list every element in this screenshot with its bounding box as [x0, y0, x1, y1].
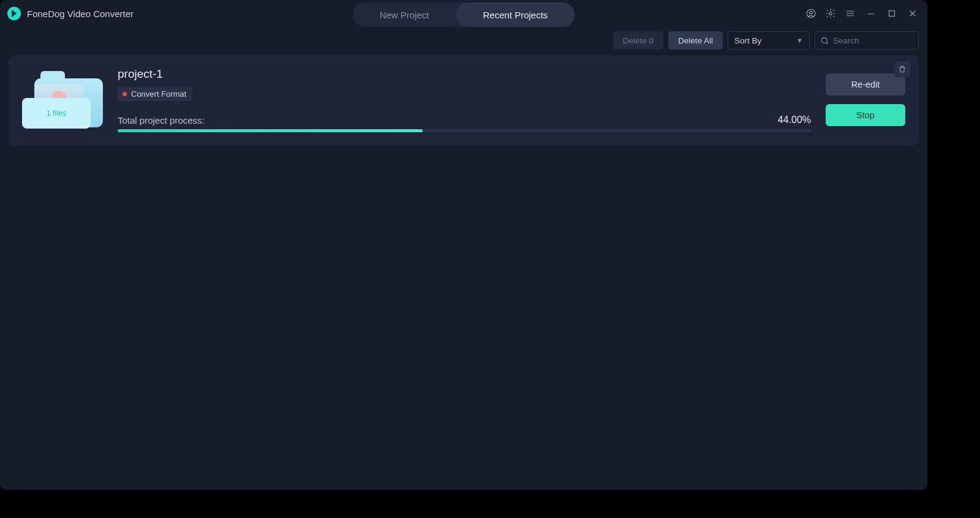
status-dot-icon — [123, 92, 127, 96]
app-window: FoneDog Video Converter New Project Rece… — [0, 0, 927, 490]
svg-rect-7 — [889, 11, 895, 17]
sort-by-dropdown[interactable]: Sort By ▼ — [728, 31, 810, 50]
settings-gear-icon[interactable] — [823, 6, 838, 21]
tab-recent-projects[interactable]: Recent Projects — [456, 2, 575, 27]
titlebar: FoneDog Video Converter New Project Rece… — [0, 0, 927, 27]
tab-switcher: New Project Recent Projects — [353, 2, 575, 27]
progress-fill — [118, 129, 423, 132]
toolbar: Delete 0 Delete All Sort By ▼ — [0, 27, 927, 54]
folder-front-label: 1 files — [22, 98, 91, 129]
svg-line-11 — [826, 42, 828, 44]
delete-all-button[interactable]: Delete All — [668, 31, 723, 50]
project-main: project-1 Convert Format Total project p… — [118, 67, 811, 132]
chevron-down-icon: ▼ — [796, 37, 803, 44]
maximize-button[interactable] — [884, 6, 899, 21]
process-percent: 44.00% — [778, 114, 811, 126]
progress-bar — [118, 129, 811, 132]
project-title: project-1 — [118, 67, 811, 81]
sort-by-label: Sort By — [734, 36, 761, 45]
svg-point-10 — [822, 37, 827, 43]
project-card: 1 files project-1 Convert Format Total p… — [9, 55, 919, 146]
svg-point-2 — [829, 12, 832, 15]
app-title: FoneDog Video Converter — [27, 9, 134, 19]
project-badge: Convert Format — [118, 87, 192, 101]
process-row: Total project process: 44.00% — [118, 114, 811, 126]
project-actions: Re-edit Stop — [826, 67, 905, 132]
delete-project-button[interactable] — [894, 61, 910, 77]
search-input[interactable] — [833, 36, 913, 45]
project-badge-label: Convert Format — [131, 89, 186, 99]
tab-new-project[interactable]: New Project — [353, 2, 456, 27]
close-button[interactable] — [905, 6, 920, 21]
app-logo-icon — [7, 7, 21, 20]
titlebar-left: FoneDog Video Converter — [7, 7, 134, 20]
search-icon — [820, 36, 829, 45]
process-label: Total project process: — [118, 115, 205, 126]
minimize-button[interactable] — [864, 6, 878, 21]
svg-point-1 — [810, 11, 813, 14]
reedit-button[interactable]: Re-edit — [826, 73, 905, 96]
project-thumbnail: 1 files — [22, 67, 103, 129]
delete-count-button[interactable]: Delete 0 — [613, 31, 663, 50]
stop-button[interactable]: Stop — [826, 104, 905, 126]
account-icon[interactable] — [804, 6, 818, 21]
menu-icon[interactable] — [843, 6, 858, 21]
titlebar-right — [804, 6, 920, 21]
trash-icon — [898, 65, 907, 73]
search-box[interactable] — [815, 31, 919, 50]
